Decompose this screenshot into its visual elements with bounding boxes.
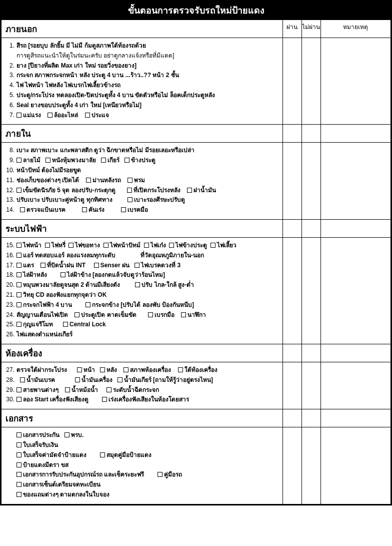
checkbox[interactable]	[16, 472, 22, 477]
section-documents: เอกสารประกัน พรบ. ใบเสร็จรับเงิน ใบเสร็จ…	[2, 427, 283, 504]
col-fail: ไม่ผ่าน	[302, 20, 320, 38]
checkbox[interactable]	[121, 207, 126, 212]
checkbox[interactable]	[64, 432, 70, 437]
checkbox[interactable]	[16, 302, 22, 307]
checkbox[interactable]	[118, 377, 122, 382]
checkbox[interactable]	[16, 442, 22, 447]
checkbox[interactable]	[128, 178, 132, 183]
checkbox[interactable]	[16, 158, 22, 163]
checkbox[interactable]	[178, 367, 183, 372]
note-cell[interactable]	[320, 38, 390, 125]
checkbox[interactable]	[82, 207, 87, 212]
checkbox[interactable]	[16, 482, 22, 487]
checkbox[interactable]	[100, 367, 105, 372]
checkbox[interactable]	[124, 158, 130, 163]
checkbox[interactable]	[16, 387, 22, 392]
checkbox[interactable]	[75, 377, 80, 382]
checkbox[interactable]	[134, 263, 140, 268]
checkbox[interactable]	[45, 243, 50, 248]
checkbox[interactable]	[48, 113, 52, 118]
checkbox[interactable]	[100, 452, 105, 457]
checkbox[interactable]	[16, 432, 22, 437]
checkbox[interactable]	[16, 322, 22, 327]
checkbox[interactable]	[104, 243, 108, 248]
checkbox[interactable]	[124, 367, 128, 372]
checkbox[interactable]	[86, 178, 91, 183]
checkbox[interactable]	[94, 263, 99, 268]
checkbox[interactable]	[74, 312, 80, 317]
checkbox[interactable]	[16, 452, 22, 457]
checkbox[interactable]	[210, 243, 216, 248]
checkbox[interactable]	[16, 253, 22, 258]
checklist-page: ขั้นตอนการตรวจรับรถใหม่ป้ายแดง ภายนอก ผ่…	[0, 0, 392, 505]
section-engine-head: ห้องเครื่อง	[2, 344, 283, 362]
checkbox[interactable]	[16, 243, 22, 248]
section-documents-head: เอกสาร	[2, 409, 283, 427]
checkbox[interactable]	[16, 462, 22, 467]
checkbox[interactable]	[16, 282, 22, 287]
checkbox[interactable]	[106, 387, 112, 392]
section-interior: 8.เบาะ สภาพเบาะ แกะพลาสติก ดูว่า ฉีกขาดห…	[2, 143, 283, 220]
checkbox[interactable]	[60, 272, 66, 277]
checkbox[interactable]	[102, 397, 107, 402]
checkbox[interactable]	[46, 158, 50, 163]
section-exterior-head: ภายนอก	[2, 20, 283, 38]
checkbox[interactable]	[135, 282, 140, 287]
section-interior-head: ภายใน	[2, 125, 283, 143]
checkbox[interactable]	[86, 302, 90, 307]
checkbox[interactable]	[16, 397, 22, 402]
pass-cell[interactable]	[282, 38, 302, 125]
checkbox[interactable]	[16, 263, 22, 268]
checkbox[interactable]	[144, 243, 149, 248]
checkbox[interactable]	[16, 188, 22, 193]
checkbox[interactable]	[101, 158, 106, 163]
checkbox[interactable]	[187, 188, 192, 193]
checkbox[interactable]	[20, 207, 25, 212]
checkbox[interactable]	[20, 377, 25, 382]
section-exterior: 1.สีรถ [รอยบุบ ลักยิ้ม มี ไม่มี ก้มดูสภา…	[2, 38, 283, 125]
checkbox[interactable]	[40, 263, 46, 268]
checkbox[interactable]	[77, 367, 82, 372]
checkbox[interactable]	[16, 113, 22, 118]
section-electric-head: ระบบไฟฟ้า	[2, 219, 283, 237]
checkbox[interactable]	[68, 243, 74, 248]
section-electric: 15. ไฟหน้า ไฟหรี่ ไฟขอทาง ไฟหน้าปัทม์ ไฟ…	[2, 237, 283, 344]
checkbox[interactable]	[128, 197, 132, 202]
checkbox[interactable]	[148, 312, 153, 317]
checkbox[interactable]	[85, 113, 90, 118]
checkbox[interactable]	[63, 322, 68, 327]
section-engine: 27. ตรวจใต้ฝากระโปรง หน้า หลัง สภาพห้องเ…	[2, 362, 283, 409]
checkbox[interactable]	[127, 188, 132, 193]
page-title: ขั้นตอนการตรวจรับรถใหม่ป้ายแดง	[1, 1, 391, 20]
checkbox[interactable]	[158, 472, 162, 477]
checkbox[interactable]	[16, 492, 22, 497]
checkbox[interactable]	[16, 272, 22, 277]
checkbox[interactable]	[65, 387, 70, 392]
checkbox[interactable]	[181, 312, 186, 317]
fail-cell[interactable]	[302, 38, 320, 125]
checkbox[interactable]	[16, 292, 22, 297]
col-note: หมายเหตุ	[320, 20, 390, 38]
col-pass: ผ่าน	[282, 20, 302, 38]
checkbox[interactable]	[169, 243, 174, 248]
checklist-table: ภายนอก ผ่าน ไม่ผ่าน หมายเหตุ 1.สีรถ [รอย…	[1, 20, 391, 504]
